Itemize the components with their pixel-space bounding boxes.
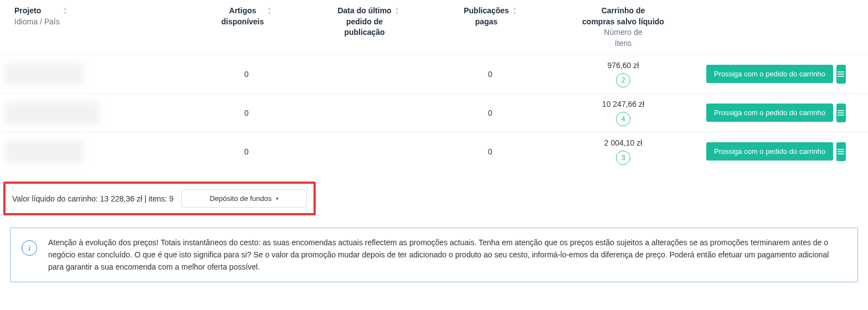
summary-value: 13 228,36 zł	[100, 194, 142, 203]
proceed-cart-button[interactable]: Prossiga com o pedido do carrinho	[706, 104, 833, 122]
table-body: 0 0 976,60 zł 2 Prossiga com o pedido do…	[0, 54, 868, 170]
cell-articles: 0	[191, 64, 302, 84]
cell-action: Prossiga com o pedido do carrinho	[701, 137, 856, 167]
summary-prefix: Valor líquido do carrinho:	[12, 194, 100, 203]
table-row: 0 0 2 004,10 zł 3 Prossiga com o pedido …	[0, 132, 868, 170]
sort-icon[interactable]: ▲▼	[395, 6, 399, 16]
col-cart-sub1: compras salvo líquido	[582, 17, 664, 28]
cell-action: Prossiga com o pedido do carrinho	[701, 59, 856, 89]
col-project-subtitle: Idioma / País	[14, 17, 60, 28]
cart-items-badge[interactable]: 3	[616, 151, 630, 165]
price-info-alert: i Atenção à evolução dos preços! Totais …	[10, 228, 858, 282]
cart-summary-bar: Valor líquido do carrinho: 13 228,36 zł …	[3, 182, 316, 215]
cart-price: 10 247,66 zł	[602, 100, 644, 108]
hamburger-icon	[836, 108, 845, 117]
cart-price: 976,60 zł	[608, 61, 639, 70]
column-header-pubs[interactable]: Publicações pagas ▲▼	[435, 6, 546, 49]
cell-pubs: 0	[435, 142, 546, 162]
col-articles-title: Artigos	[222, 6, 264, 17]
sort-icon[interactable]: ▲▼	[512, 6, 517, 16]
row-menu-button[interactable]	[836, 142, 846, 161]
cell-articles: 0	[191, 142, 302, 162]
sort-icon[interactable]: ▲▼	[63, 6, 68, 16]
redacted-project	[6, 63, 83, 85]
col-pubs-title: Publicações	[464, 6, 509, 17]
col-project-title: Projeto	[14, 6, 60, 17]
sort-icon[interactable]: ▲▼	[268, 6, 272, 16]
cart-summary-text: Valor líquido do carrinho: 13 228,36 zł …	[12, 194, 173, 203]
col-cart-sub3: ítens	[582, 38, 664, 49]
col-pubs-subtitle: pagas	[464, 17, 509, 28]
cell-cart: 10 247,66 zł 4	[546, 94, 701, 132]
cell-project	[0, 135, 191, 168]
col-cart-title: Carrinho de	[582, 6, 664, 17]
cell-pubs: 0	[435, 103, 546, 123]
cell-cart: 2 004,10 zł 3	[546, 133, 701, 170]
cart-items-badge[interactable]: 4	[616, 112, 630, 126]
proceed-cart-button[interactable]: Prossiga com o pedido do carrinho	[706, 142, 833, 161]
cell-articles: 0	[191, 103, 302, 123]
hamburger-icon	[836, 70, 845, 79]
cart-items-badge[interactable]: 2	[616, 73, 630, 87]
summary-items-prefix: | itens:	[142, 194, 170, 203]
projects-table: Projeto Idioma / País ▲▼ Artigos disponí…	[0, 0, 868, 170]
cart-price: 2 004,10 zł	[604, 138, 643, 147]
cell-date	[302, 146, 435, 157]
info-text: Atenção à evolução dos preços! Totais in…	[48, 237, 846, 273]
row-menu-button[interactable]	[836, 65, 846, 84]
column-header-articles[interactable]: Artigos disponíveis ▲▼	[191, 6, 302, 49]
cell-cart: 976,60 zł 2	[546, 55, 701, 93]
cell-date	[302, 107, 435, 118]
column-header-action	[701, 6, 856, 49]
col-articles-subtitle: disponíveis	[222, 17, 264, 28]
column-header-project[interactable]: Projeto Idioma / País ▲▼	[0, 6, 191, 49]
summary-items: 9	[170, 194, 174, 203]
redacted-project	[6, 102, 100, 124]
chevron-down-icon: ▾	[276, 195, 279, 202]
deposit-funds-button[interactable]: Depósito de fundos ▾	[181, 189, 307, 208]
cell-action: Prossiga com o pedido do carrinho	[701, 98, 856, 128]
info-icon: i	[22, 240, 37, 256]
redacted-project	[6, 141, 83, 163]
col-date-sub2: publicação	[337, 27, 391, 38]
col-date-title: Data do último	[337, 6, 391, 17]
cell-pubs: 0	[435, 64, 546, 84]
cell-date	[302, 69, 435, 80]
proceed-cart-button[interactable]: Prossiga com o pedido do carrinho	[706, 65, 833, 83]
cell-project	[0, 96, 191, 130]
table-header: Projeto Idioma / País ▲▼ Artigos disponí…	[0, 0, 868, 54]
hamburger-icon	[836, 147, 845, 156]
cell-project	[0, 58, 191, 91]
col-date-sub1: pedido de	[337, 17, 391, 28]
deposit-label: Depósito de fundos	[209, 194, 271, 203]
table-row: 0 0 976,60 zł 2 Prossiga com o pedido do…	[0, 54, 868, 93]
table-row: 0 0 10 247,66 zł 4 Prossiga com o pedido…	[0, 93, 868, 132]
column-header-date[interactable]: Data do último pedido de publicação ▲▼	[302, 6, 435, 49]
row-menu-button[interactable]	[836, 104, 846, 122]
column-header-cart[interactable]: Carrinho de compras salvo líquido Número…	[546, 6, 701, 49]
col-cart-sub2: Número de	[582, 27, 664, 38]
